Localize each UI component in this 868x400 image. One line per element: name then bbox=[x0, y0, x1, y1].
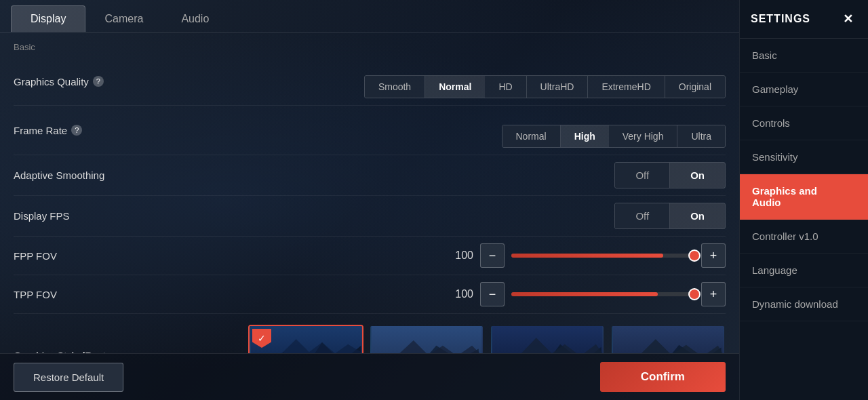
adaptive-smoothing-on[interactable]: On bbox=[670, 163, 725, 188]
frame-rate-help-icon[interactable]: ? bbox=[71, 125, 82, 136]
fpp-fov-controls: 100 − + bbox=[149, 243, 726, 268]
fr-high[interactable]: High bbox=[561, 125, 609, 147]
adaptive-smoothing-label: Adaptive Smoothing bbox=[14, 169, 149, 181]
tab-audio[interactable]: Audio bbox=[162, 6, 228, 32]
adaptive-smoothing-toggle: Off On bbox=[614, 162, 726, 188]
frame-rate-row: Frame Rate ? Normal Recommended High Ver… bbox=[14, 106, 726, 155]
close-button[interactable]: ✕ bbox=[838, 9, 857, 28]
tpp-fov-label: TPP FOV bbox=[14, 289, 149, 300]
frame-rate-options: Normal Recommended High Very High Ultra bbox=[502, 125, 726, 148]
adaptive-smoothing-off[interactable]: Off bbox=[615, 163, 670, 188]
sidebar-item-basic[interactable]: Basic bbox=[740, 39, 868, 73]
restore-default-button[interactable]: Restore Default bbox=[14, 363, 123, 392]
display-fps-on[interactable]: On bbox=[670, 203, 725, 228]
tpp-fov-thumb[interactable] bbox=[688, 288, 701, 300]
graphics-style-thumb-2[interactable] bbox=[369, 325, 484, 353]
graphics-style-thumb-4[interactable] bbox=[610, 325, 726, 353]
gq-smooth[interactable]: Smooth bbox=[365, 76, 425, 98]
tpp-fov-increase[interactable]: + bbox=[701, 282, 726, 306]
bottom-bar: Restore Default Confirm bbox=[0, 353, 739, 400]
settings-body: Basic Graphics Quality ? Smooth Recommen… bbox=[0, 33, 739, 353]
fpp-fov-track[interactable] bbox=[511, 254, 694, 258]
tpp-fov-decrease[interactable]: − bbox=[480, 282, 505, 306]
tpp-fov-controls: 100 − + bbox=[149, 282, 726, 306]
display-fps-toggle: Off On bbox=[614, 203, 726, 229]
sidebar-header: SETTINGS ✕ bbox=[740, 0, 868, 39]
tab-camera[interactable]: Camera bbox=[85, 6, 162, 32]
tab-display[interactable]: Display bbox=[11, 5, 85, 32]
gq-original[interactable]: Original bbox=[665, 76, 725, 98]
fpp-fov-increase[interactable]: + bbox=[701, 243, 726, 268]
graphics-quality-btn-group: Smooth Recommended Normal HD UltraHD Ext… bbox=[364, 75, 726, 98]
sidebar: SETTINGS ✕ Basic Gameplay Controls Sensi… bbox=[739, 0, 868, 400]
frame-rate-controls: Normal Recommended High Very High Ultra bbox=[149, 113, 726, 148]
main-content: Display Camera Audio Basic Graphics Qual… bbox=[0, 0, 739, 400]
tpp-fov-row: TPP FOV 100 − + bbox=[14, 275, 726, 314]
fpp-fov-thumb[interactable] bbox=[688, 249, 701, 262]
gq-ultrahd[interactable]: UltraHD bbox=[527, 76, 589, 98]
tpp-fov-value: 100 bbox=[446, 288, 473, 300]
graphics-style-thumbnails: ✓ bbox=[149, 325, 726, 353]
svg-rect-3 bbox=[372, 326, 482, 353]
graphics-quality-help-icon[interactable]: ? bbox=[93, 76, 104, 87]
tpp-fov-fill bbox=[511, 292, 658, 296]
tabs-bar: Display Camera Audio bbox=[0, 0, 739, 33]
display-fps-off[interactable]: Off bbox=[615, 203, 670, 228]
frame-rate-label: Frame Rate ? bbox=[14, 125, 149, 136]
adaptive-smoothing-row: Adaptive Smoothing Off On bbox=[14, 155, 726, 196]
graphics-style-thumb-3[interactable] bbox=[490, 325, 605, 353]
sidebar-item-controls[interactable]: Controls bbox=[740, 106, 868, 140]
graphics-style-row: Graphics Style [Post bbox=[14, 314, 726, 353]
svg-rect-9 bbox=[613, 326, 724, 353]
display-fps-row: Display FPS Off On bbox=[14, 196, 726, 237]
gq-extremehd[interactable]: ExtremeHD bbox=[588, 76, 665, 98]
section-basic-label: Basic bbox=[14, 39, 726, 58]
fpp-fov-label: FPP FOV bbox=[14, 250, 149, 262]
sidebar-item-graphics-audio[interactable]: Graphics andAudio bbox=[740, 174, 868, 220]
adaptive-smoothing-controls: Off On bbox=[149, 162, 726, 188]
tpp-fov-track[interactable] bbox=[511, 292, 694, 296]
graphics-quality-controls: Smooth Recommended Normal HD UltraHD Ext… bbox=[149, 64, 726, 98]
fr-ultra[interactable]: Ultra bbox=[677, 125, 725, 147]
display-fps-label: Display FPS bbox=[14, 210, 149, 222]
fpp-fov-row: FPP FOV 100 − + bbox=[14, 237, 726, 275]
fr-normal[interactable]: Normal bbox=[502, 125, 561, 147]
fr-very-high[interactable]: Very High bbox=[609, 125, 678, 147]
sidebar-item-dynamic-download[interactable]: Dynamic download bbox=[740, 287, 868, 321]
graphics-style-thumb-1[interactable]: ✓ bbox=[248, 325, 363, 353]
gq-hd[interactable]: HD bbox=[485, 76, 526, 98]
fpp-fov-decrease[interactable]: − bbox=[480, 243, 505, 268]
display-fps-controls: Off On bbox=[149, 203, 726, 229]
fpp-fov-value: 100 bbox=[446, 249, 473, 262]
gq-normal[interactable]: Normal bbox=[425, 76, 485, 98]
sidebar-item-controller[interactable]: Controller v1.0 bbox=[740, 220, 868, 254]
fpp-fov-fill bbox=[511, 254, 663, 258]
sidebar-item-language[interactable]: Language bbox=[740, 254, 868, 287]
confirm-button[interactable]: Confirm bbox=[600, 362, 726, 392]
graphics-quality-row: Graphics Quality ? Smooth Recommended No… bbox=[14, 58, 726, 106]
sidebar-item-gameplay[interactable]: Gameplay bbox=[740, 73, 868, 106]
graphics-quality-options: Smooth Recommended Normal HD UltraHD Ext… bbox=[364, 75, 726, 98]
sidebar-item-sensitivity[interactable]: Sensitivity bbox=[740, 140, 868, 174]
graphics-quality-label: Graphics Quality ? bbox=[14, 76, 149, 87]
sidebar-title: SETTINGS bbox=[751, 13, 810, 25]
